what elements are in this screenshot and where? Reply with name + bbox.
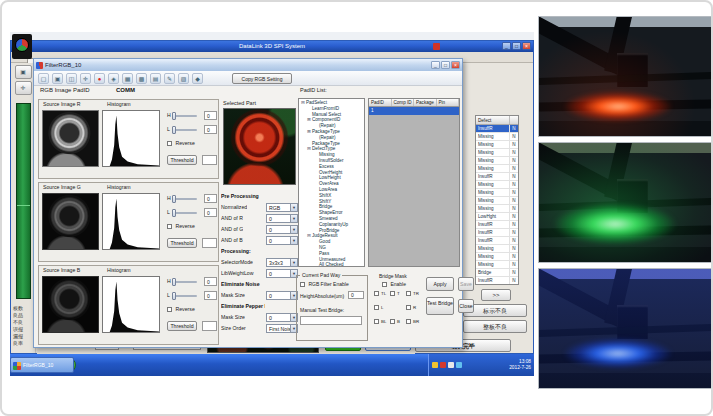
color-cast-overlay <box>539 17 711 136</box>
machine-photo <box>538 142 712 263</box>
machine-photo <box>538 16 712 137</box>
machine-photos <box>2 2 711 414</box>
color-cast-overlay <box>539 269 711 388</box>
app-logo <box>12 34 32 59</box>
machine-photo <box>538 268 712 389</box>
figure: DataLink 3D SPI System _ □ × 监控工具 ▣ ✛ 板数… <box>0 0 713 416</box>
color-cast-overlay <box>539 143 711 262</box>
rgb-sphere-icon <box>15 38 29 52</box>
